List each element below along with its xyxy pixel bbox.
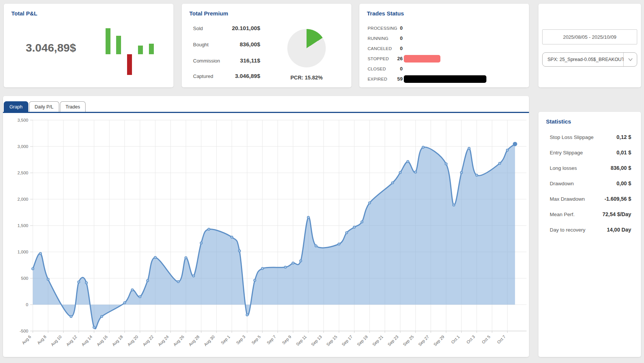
data-point <box>200 242 202 244</box>
tab-trades[interactable]: Trades <box>60 101 86 112</box>
total-premium-title: Total Premium <box>189 10 228 17</box>
y-tick-label: 1,500 <box>17 223 28 228</box>
x-tick-label: Oct 7 <box>496 334 506 345</box>
data-point <box>47 278 49 281</box>
data-point <box>32 268 34 270</box>
data-point <box>361 221 363 223</box>
pl-mini-bar-chart <box>102 26 158 81</box>
data-point <box>78 281 80 283</box>
data-point <box>422 146 424 148</box>
pl-bar-positive <box>106 28 110 54</box>
statistic-value: 0,12 $ <box>616 134 631 140</box>
data-point <box>101 316 103 318</box>
trades-status-row: CLOSED0 <box>368 64 525 74</box>
y-tick-label: 1,000 <box>17 250 28 254</box>
date-range-input[interactable]: 2025/08/05 - 2025/10/09 <box>542 29 637 44</box>
data-point <box>208 228 210 230</box>
y-tick-label: 3,500 <box>17 118 28 122</box>
data-point <box>147 279 149 282</box>
data-point <box>506 149 509 151</box>
data-point <box>391 182 394 184</box>
total-premium-card: Total Premium Sold20.101,00$Bought836,00… <box>182 4 351 87</box>
premium-row-label: Bought <box>193 42 209 47</box>
trades-status-row: RUNNING0 <box>368 34 525 44</box>
data-point <box>498 162 501 165</box>
statistic-value: 836,00 $ <box>611 165 632 171</box>
trades-status-rows: PROCESSING0RUNNING0CANCELED0STOPPED26CLO… <box>368 23 525 84</box>
statistic-label: Long losses <box>550 165 577 171</box>
trades-status-bar <box>404 75 486 83</box>
data-point <box>192 275 195 277</box>
trades-status-count: 0 <box>390 35 403 41</box>
trades-status-count: 0 <box>390 46 403 51</box>
pl-bar-negative <box>127 54 132 75</box>
statistic-value: 0,01 $ <box>616 149 631 156</box>
data-point <box>315 245 317 247</box>
last-data-point <box>513 142 517 146</box>
x-tick-label: Aug 26 <box>172 334 185 347</box>
data-point <box>139 296 141 298</box>
pcr-pie-chart <box>287 29 326 67</box>
x-tick-label: Sep 1 <box>220 334 231 345</box>
tab-bar: GraphDaily P/LTrades <box>4 101 86 112</box>
statistic-label: Max Drawdown <box>550 196 585 202</box>
statistic-label: Entry Slippage <box>550 150 583 156</box>
tab-daily-p-l[interactable]: Daily P/L <box>29 101 59 112</box>
trades-status-card: Trades Status PROCESSING0RUNNING0CANCELE… <box>359 4 529 87</box>
statistic-value: 0,00 $ <box>616 180 631 186</box>
data-point <box>353 226 356 228</box>
pl-area-chart: 3,5003,0002,5002,0001,5001,0005000-500Au… <box>3 113 529 357</box>
y-tick-label: 0 <box>26 302 28 307</box>
premium-row-value: 3.046,89$ <box>235 73 260 79</box>
tab-graph[interactable]: Graph <box>4 101 28 112</box>
statistic-value: -1.609,56 $ <box>604 196 631 202</box>
premium-row-value: 20.101,00$ <box>232 25 260 31</box>
statistic-value: 72,54 $/Day <box>603 211 631 217</box>
statistic-row: Entry Slippage0,01 $ <box>550 146 631 162</box>
data-point <box>177 281 179 283</box>
y-tick-label: 3,000 <box>17 144 28 149</box>
y-tick-label: 2,000 <box>17 197 28 201</box>
x-tick-label: Aug 20 <box>126 334 139 347</box>
x-tick-label: Sep 29 <box>432 334 445 347</box>
x-tick-label: Sep 15 <box>325 334 338 347</box>
statistic-label: Mean Perf. <box>550 212 575 217</box>
chart-card: GraphDaily P/LTrades 3,5003,0002,5002,00… <box>3 96 529 357</box>
pl-bar-positive <box>138 46 143 54</box>
data-point <box>368 202 371 204</box>
data-point <box>460 171 463 174</box>
x-tick-label: Sep 17 <box>341 334 353 347</box>
trades-status-count: 59 <box>390 76 403 82</box>
data-point <box>468 147 470 149</box>
data-point <box>453 204 455 206</box>
data-point <box>254 279 256 282</box>
statistics-rows: Stop Loss Slippage0,12 $Entry Slippage0,… <box>550 131 631 239</box>
pl-bar-positive <box>149 44 154 54</box>
x-tick-label: Aug 18 <box>111 334 124 347</box>
strategy-select-value: SPX: 25_Spread-0.05$_BREAKOUT_ <box>543 57 623 62</box>
x-tick-label: Aug 22 <box>142 334 154 347</box>
date-range-value: 2025/08/05 - 2025/10/09 <box>563 34 616 40</box>
data-point <box>261 267 264 270</box>
x-tick-label: Aug 30 <box>203 334 215 347</box>
premium-row: Commission316,11$ <box>193 58 260 66</box>
y-tick-label: -500 <box>20 329 28 333</box>
strategy-select[interactable]: SPX: 25_Spread-0.05$_BREAKOUT_ <box>542 52 637 67</box>
trades-status-row: CANCELED0 <box>368 44 525 54</box>
premium-row-label: Sold <box>193 26 203 31</box>
data-point <box>85 282 87 284</box>
trades-status-label: EXPIRED <box>368 77 387 81</box>
data-point <box>93 326 95 328</box>
data-point <box>70 316 72 318</box>
total-pl-card: Total P&L 3.046,89$ <box>4 4 173 87</box>
statistic-row: Long losses836,00 $ <box>550 162 631 177</box>
data-point <box>231 236 233 238</box>
area-fill <box>33 144 515 329</box>
data-point <box>475 174 478 176</box>
x-tick-label: Aug 10 <box>50 334 62 347</box>
data-point <box>407 160 409 163</box>
data-point <box>185 256 187 259</box>
premium-row: Captured3.046,89$ <box>193 73 260 82</box>
total-pl-value: 3.046,89$ <box>11 41 90 54</box>
premium-row: Bought836,00$ <box>193 42 260 50</box>
